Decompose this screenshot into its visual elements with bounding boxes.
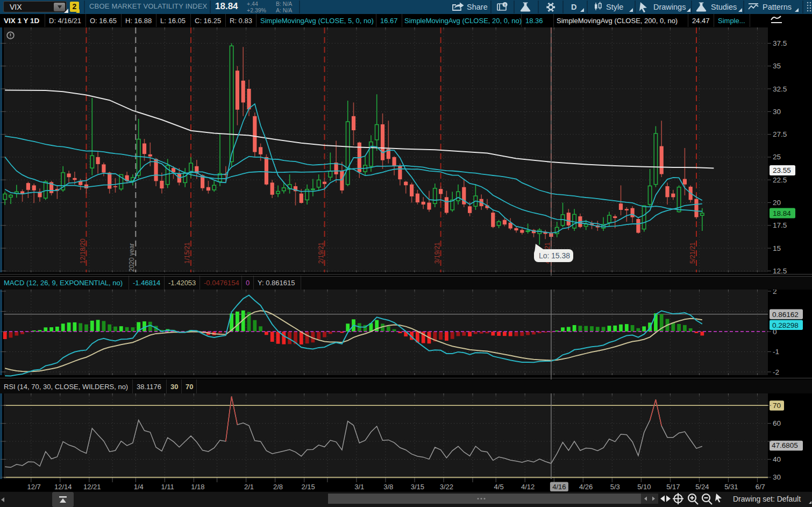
svg-text:-2: -2 xyxy=(773,368,779,376)
svg-text:35: 35 xyxy=(773,62,781,70)
svg-text:0.86162: 0.86162 xyxy=(772,311,799,319)
svg-text:-1: -1 xyxy=(773,348,779,356)
svg-text:1/18: 1/18 xyxy=(191,483,204,491)
svg-text:2/15: 2/15 xyxy=(302,483,315,491)
svg-text:Style: Style xyxy=(606,3,623,11)
svg-text:2020 year: 2020 year xyxy=(128,243,136,272)
svg-text:12/21: 12/21 xyxy=(83,483,101,491)
svg-text:Drawings: Drawings xyxy=(653,3,686,11)
svg-text:3/8: 3/8 xyxy=(383,483,393,491)
svg-text:15.38: 15.38 xyxy=(551,251,570,260)
svg-text:2/1: 2/1 xyxy=(244,483,254,491)
svg-text:3/1: 3/1 xyxy=(354,483,364,491)
svg-text:47.6805: 47.6805 xyxy=(772,441,798,449)
svg-text:Studies: Studies xyxy=(711,3,737,11)
svg-text:40: 40 xyxy=(773,455,781,463)
svg-text:4/5: 4/5 xyxy=(494,483,504,491)
svg-text:4/12: 4/12 xyxy=(521,483,535,491)
svg-text:37.5: 37.5 xyxy=(773,39,787,47)
svg-text:5/21/21: 5/21/21 xyxy=(689,242,696,264)
svg-text:22.5: 22.5 xyxy=(773,176,787,184)
svg-text:!: ! xyxy=(504,3,506,8)
svg-text:0.28298: 0.28298 xyxy=(772,321,799,329)
svg-text:2/19/21: 2/19/21 xyxy=(317,242,325,264)
svg-text:27.5: 27.5 xyxy=(773,130,787,138)
svg-text:30: 30 xyxy=(773,108,781,116)
svg-text:32.5: 32.5 xyxy=(773,85,787,93)
svg-text:30: 30 xyxy=(773,473,781,481)
svg-text:23.55: 23.55 xyxy=(773,166,791,174)
svg-text:5/3: 5/3 xyxy=(610,483,620,491)
svg-text:3/19/21: 3/19/21 xyxy=(433,242,441,264)
svg-text:20: 20 xyxy=(773,199,781,207)
svg-text:1/11: 1/11 xyxy=(161,483,174,491)
svg-text:4/16: 4/16 xyxy=(552,483,566,491)
svg-text:12/18/20: 12/18/20 xyxy=(79,238,87,264)
svg-text:25: 25 xyxy=(773,153,781,161)
svg-text:Drawing set: Default: Drawing set: Default xyxy=(733,495,801,503)
svg-text:15: 15 xyxy=(773,244,781,252)
svg-text:18.84: 18.84 xyxy=(773,209,791,217)
svg-text:12/7: 12/7 xyxy=(27,483,41,491)
svg-text:Lo:: Lo: xyxy=(539,251,549,260)
svg-text:17.5: 17.5 xyxy=(773,221,787,229)
svg-text:2/8: 2/8 xyxy=(273,483,283,491)
svg-text:12/14: 12/14 xyxy=(54,483,72,491)
svg-text:5/31: 5/31 xyxy=(724,483,738,491)
svg-text:70: 70 xyxy=(773,402,781,410)
svg-text:Share: Share xyxy=(467,3,488,11)
svg-text:1/15/21: 1/15/21 xyxy=(183,242,191,264)
svg-text:5/17: 5/17 xyxy=(666,483,680,491)
svg-text:60: 60 xyxy=(773,419,781,427)
svg-text:3/15: 3/15 xyxy=(411,483,424,491)
svg-text:4/26: 4/26 xyxy=(579,483,593,491)
svg-text:D: D xyxy=(571,3,576,11)
svg-text:5/10: 5/10 xyxy=(637,483,651,491)
svg-text:5/24: 5/24 xyxy=(695,483,709,491)
svg-text:Patterns: Patterns xyxy=(763,3,792,11)
svg-text:3/22: 3/22 xyxy=(440,483,453,491)
svg-text:6/7: 6/7 xyxy=(756,483,765,491)
svg-text:1/4: 1/4 xyxy=(134,483,144,491)
